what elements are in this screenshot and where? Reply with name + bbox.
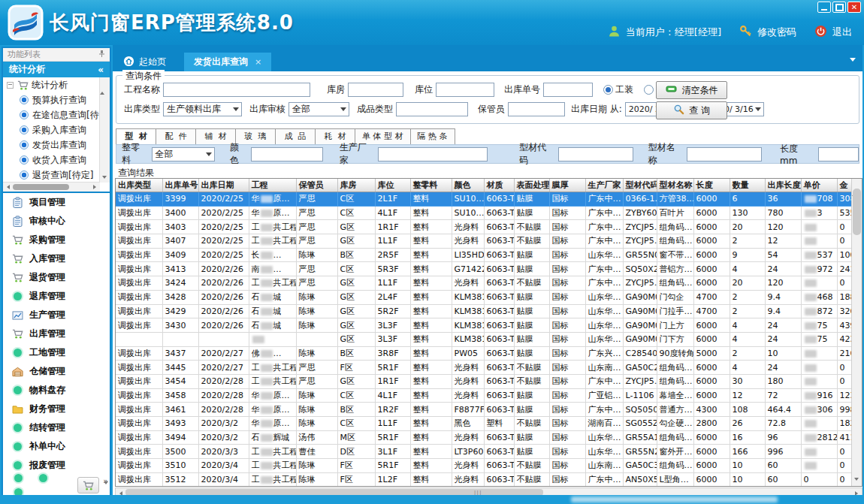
filter-input-3[interactable] bbox=[378, 147, 488, 161]
radio-gongzhuang-label[interactable]: 工装 bbox=[615, 83, 633, 96]
table-row[interactable]: 调拨出库34942020/3/2石辉城汤伟M区5R1F整料光身料6063-T5贴… bbox=[116, 430, 852, 445]
sidebar-module[interactable]: 项目管理 bbox=[3, 193, 110, 212]
pin-icon[interactable] bbox=[98, 50, 105, 60]
tab-close-icon[interactable]: × bbox=[255, 57, 261, 67]
sidebar-module[interactable]: 仓储管理 bbox=[3, 362, 110, 381]
table-row[interactable]: 调拨出库34932020/3/2华原…陈琳C区1L1F整料黑色塑料不贴膜国标湖南… bbox=[116, 417, 852, 431]
green-dot-icon[interactable] bbox=[39, 474, 47, 482]
filter-input-2[interactable] bbox=[251, 147, 323, 161]
outbound-audit-select[interactable]: 全部 bbox=[289, 102, 349, 116]
table-row[interactable]: G区3L3F整料KLM38176063-T5贴膜国标山东华…GA90M09…门下… bbox=[116, 332, 852, 346]
maximize-button[interactable] bbox=[832, 2, 846, 13]
table-row[interactable]: 调拨出库34092020/2/25长…陈琳B区2R5F整料LI35HD6063-… bbox=[116, 248, 852, 262]
tab-overflow-icon[interactable] bbox=[850, 58, 856, 65]
table-row[interactable]: 调拨出库34242020/2/26工共工程严思G区1L1F整料光身料6063-T… bbox=[116, 276, 852, 291]
table-row[interactable]: 调拨出库34132020/2/26南…严思C区5R3F整料G714226063-… bbox=[116, 262, 852, 276]
column-header[interactable]: 金 bbox=[837, 179, 852, 192]
radio-gongzhuang[interactable] bbox=[603, 85, 613, 95]
warehouse-input[interactable] bbox=[348, 83, 403, 97]
more-chevron[interactable]: » bbox=[103, 477, 108, 493]
radio-jiazhuang[interactable] bbox=[644, 85, 654, 95]
column-header[interactable]: 库房 bbox=[337, 179, 375, 192]
project-name-input[interactable] bbox=[163, 83, 310, 97]
column-header[interactable]: 单价 bbox=[801, 179, 837, 192]
table-vertical-scrollbar[interactable] bbox=[851, 179, 862, 486]
table-row[interactable]: 调拨出库34002020/2/25华原…严思C区4L1F整料SU10…6063-… bbox=[116, 206, 852, 220]
tree-root[interactable]: 统计分析 bbox=[3, 77, 100, 92]
table-row[interactable]: 调拨出库34372020/2/27佛…陈琳B区3R8F整料PW056063-T5… bbox=[116, 346, 852, 361]
table-row[interactable]: 调拨出库34582020/2/28华原…陈琳C区4L1F整料光身料6063-T5… bbox=[116, 388, 852, 403]
tab-shipment-outbound-query[interactable]: 发货出库查询 × bbox=[184, 53, 271, 71]
column-header[interactable]: 膜厚 bbox=[549, 179, 585, 192]
table-row[interactable]: 调拨出库34612020/2/28华原…陈琳B区1R2F整料F8877FT606… bbox=[116, 403, 852, 417]
section-header-statistics[interactable]: 统计分析 « bbox=[3, 62, 110, 77]
sidebar-module[interactable]: 出库管理 bbox=[3, 324, 110, 343]
filter-select-1[interactable]: 全部 bbox=[152, 147, 215, 161]
table-row[interactable]: 调拨出库34542020/2/28工共工程严思G区1R1F整料光身料6063-T… bbox=[116, 374, 852, 388]
column-header[interactable]: 库位 bbox=[375, 179, 410, 192]
cart-shortcut-button[interactable] bbox=[77, 477, 100, 493]
search-button[interactable]: 查 询 bbox=[656, 101, 727, 119]
tree-horizontal-scrollbar[interactable] bbox=[3, 182, 100, 192]
column-header[interactable]: 出库类型 bbox=[116, 179, 162, 192]
column-header[interactable]: 出库日期 bbox=[198, 179, 249, 192]
sidebar-module[interactable]: 审核中心 bbox=[3, 212, 110, 231]
column-header[interactable]: 材质 bbox=[484, 179, 514, 192]
sidebar-module[interactable]: 结转管理 bbox=[3, 418, 110, 437]
tree-item[interactable]: 采购入库查询 bbox=[3, 122, 100, 137]
tree-item[interactable]: 收货入库查询 bbox=[3, 152, 100, 167]
close-button[interactable]: ✕ bbox=[847, 2, 861, 13]
logout-button[interactable]: 退出 bbox=[832, 26, 852, 39]
table-row[interactable]: 调拨出库35102020/3/4工共工程陈琳F区5R1F整料光身料6063-T5… bbox=[116, 459, 852, 473]
product-type-input[interactable] bbox=[396, 102, 468, 116]
filter-input-6[interactable] bbox=[818, 147, 859, 161]
tree-item[interactable]: 退货查询[待定] bbox=[3, 167, 100, 183]
column-header[interactable]: 型材代码 bbox=[623, 179, 657, 192]
tree-item[interactable]: 发货出库查询 bbox=[3, 137, 100, 152]
keeper-input[interactable] bbox=[508, 102, 565, 116]
column-header[interactable]: 生产厂家 bbox=[585, 179, 623, 192]
column-header[interactable]: 工程 bbox=[249, 179, 296, 192]
tree-item[interactable]: 在途信息查询[待 bbox=[3, 107, 100, 122]
tree-vertical-scrollbar[interactable] bbox=[99, 77, 110, 183]
table-row[interactable]: 调拨出库33992020/2/25华原…严思C区2L1F整料SU10…6063-… bbox=[116, 192, 852, 207]
outbound-no-input[interactable] bbox=[543, 83, 593, 97]
tree-item[interactable]: 预算执行查询 bbox=[3, 92, 100, 107]
location-input[interactable] bbox=[436, 83, 494, 97]
column-header[interactable]: 出库长度 bbox=[765, 179, 801, 192]
table-row[interactable]: 调拨出库34282020/2/26石城陈琳G区2L4F整料KLM38176063… bbox=[116, 290, 852, 304]
expander-icon[interactable] bbox=[7, 82, 14, 89]
sidebar-module[interactable]: 退货管理 bbox=[3, 268, 110, 287]
sidebar-module[interactable]: 补单中心 bbox=[3, 437, 110, 456]
column-header[interactable]: 型材名称 bbox=[657, 179, 693, 192]
table-row[interactable]: 调拨出库34302020/2/26石城陈琳G区3L3F整料KLM38176063… bbox=[116, 318, 852, 333]
filter-input-5[interactable] bbox=[687, 147, 762, 161]
table-row[interactable]: 调拨出库34452020/2/27工共工程严思F区5R1F整料光身料6063-T… bbox=[116, 361, 852, 375]
column-header[interactable]: 数量 bbox=[730, 179, 765, 192]
minimize-button[interactable] bbox=[817, 2, 831, 13]
column-header[interactable]: 整零料 bbox=[410, 179, 452, 192]
table-row[interactable]: 调拨出库35122020/3/4工共工程陈琳F区1L2F整料光身料6063-T5… bbox=[116, 472, 852, 487]
sidebar-module[interactable]: 采购管理 bbox=[3, 231, 110, 249]
table-row[interactable]: 调拨出库34032020/2/25工共工程严思G区1R1F整料光身料6063-T… bbox=[116, 220, 852, 234]
material-tab-5[interactable]: 成 品 bbox=[276, 128, 316, 145]
tab-home[interactable]: 起始页 bbox=[116, 53, 174, 71]
column-header[interactable]: 颜色 bbox=[452, 179, 484, 192]
green-dot-icon[interactable] bbox=[14, 474, 23, 482]
column-header[interactable]: 长度 bbox=[693, 179, 730, 192]
table-row[interactable]: 调拨出库34292020/2/26石城陈琳G区5R2F整料KLM38176063… bbox=[116, 304, 852, 318]
material-tab-8[interactable]: 隔 热 条 bbox=[411, 128, 455, 145]
change-password-link[interactable]: 修改密码 bbox=[757, 26, 796, 39]
column-header[interactable]: 表面处理 bbox=[514, 179, 549, 192]
material-tab-2[interactable]: 配 件 bbox=[156, 128, 196, 145]
table-row[interactable]: 调拨出库35002020/3/3工共工程曹佳D区3L1F整料LT3P606063… bbox=[116, 445, 852, 459]
table-row[interactable]: 调拨出库34072020/2/25工共工程严思G区1L1F整料光身料6063-T… bbox=[116, 234, 852, 249]
column-header[interactable]: 出库单号 bbox=[162, 179, 198, 192]
filter-input-4[interactable] bbox=[558, 147, 633, 161]
collapse-icon[interactable]: « bbox=[98, 65, 104, 75]
sidebar-module[interactable]: 财务管理 bbox=[3, 400, 110, 418]
sidebar-module[interactable]: 物料盘存 bbox=[3, 381, 110, 400]
column-header[interactable]: 保管员 bbox=[296, 179, 337, 192]
sidebar-module[interactable]: 生产管理 bbox=[3, 306, 110, 324]
sidebar-module[interactable]: 入库管理 bbox=[3, 249, 110, 268]
